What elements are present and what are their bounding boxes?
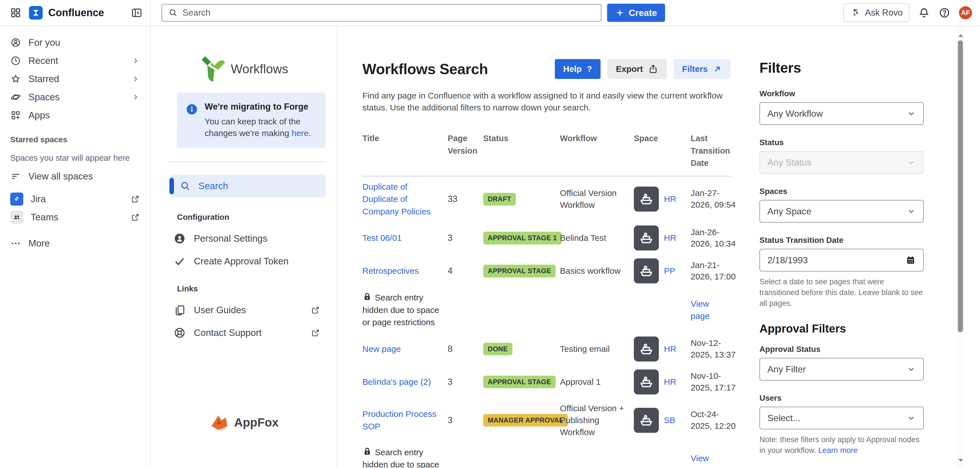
scrollbar-down-arrow[interactable] (958, 459, 963, 462)
filters-panel: Filters Workflow Any Workflow Status Any… (759, 26, 924, 468)
workflow-filter-value: Any Workflow (767, 108, 907, 119)
links-heading: Links (177, 284, 337, 293)
table-row: Search entry hidden due to space or page… (363, 442, 730, 468)
workflow-filter-label: Workflow (759, 89, 924, 98)
sidebar-label: Recent (29, 56, 58, 66)
sidebar-item-teams[interactable]: Teams (0, 208, 150, 226)
personal-settings-item[interactable]: Personal Settings (173, 228, 337, 249)
view-page-link[interactable]: View page (690, 452, 713, 468)
space-link[interactable]: HR (664, 376, 676, 388)
collapse-sidebar-icon[interactable] (131, 7, 143, 19)
create-button[interactable]: Create (607, 4, 665, 22)
sidebar-label: Jira (31, 194, 46, 205)
spaces-filter-select[interactable]: Any Space (759, 200, 924, 223)
jira-icon (10, 192, 23, 206)
space-link[interactable]: SB (664, 414, 675, 426)
export-label: Export (616, 64, 643, 74)
page-title-link[interactable]: Duplicate of Duplicate of Company Polici… (363, 182, 431, 216)
workflow-filter-select[interactable]: Any Workflow (759, 102, 924, 125)
confluence-logo-icon[interactable] (29, 6, 43, 20)
sidebar-item-apps[interactable]: Apps (0, 106, 150, 124)
export-button[interactable]: Export (608, 59, 667, 79)
sidebar-item-jira[interactable]: Jira (0, 190, 150, 208)
chevron-down-icon (907, 109, 916, 118)
scrollbar-thumb[interactable] (958, 40, 963, 332)
user-guides-item[interactable]: User Guides (173, 300, 337, 320)
view-page-link[interactable]: View page (690, 298, 713, 322)
last-transition-date: Nov-12-2025, 13:37 (690, 337, 746, 360)
page-title-link[interactable]: New page (363, 344, 401, 354)
transition-date-input[interactable]: 2/18/1993 (759, 249, 924, 271)
info-icon (185, 103, 198, 116)
filters-heading: Filters (759, 60, 924, 76)
help-question-icon[interactable] (939, 7, 950, 19)
space-link[interactable]: HR (664, 232, 676, 244)
approval-status-select[interactable]: Any Filter (759, 358, 924, 381)
sidebar-label: Apps (29, 110, 50, 121)
sidebar-item-more[interactable]: More (0, 234, 150, 252)
space-link[interactable]: HR (664, 193, 676, 205)
sidebar-item-recent[interactable]: Recent (0, 52, 150, 70)
sidebar-label: Spaces (29, 92, 60, 103)
space-link[interactable]: HR (664, 343, 676, 355)
person-circle-icon (10, 37, 21, 48)
filters-button[interactable]: Filters (674, 59, 730, 79)
col-last-transition-date: Last Transition Date (690, 132, 746, 176)
page-title-link[interactable]: Production Process SOP (363, 409, 436, 431)
sidebar-item-spaces[interactable]: Spaces (0, 88, 150, 106)
vertical-scrollbar[interactable] (957, 26, 964, 468)
active-item-indicator (169, 178, 174, 194)
space-ship-icon (634, 370, 659, 395)
help-label: Help (563, 64, 582, 74)
sidebar-label: Teams (31, 212, 58, 223)
list-lines-icon (10, 171, 21, 182)
spaces-filter-value: Any Space (767, 206, 907, 217)
table-row: Belinda's page (2)3APPROVAL STAGEApprova… (363, 365, 730, 398)
chevron-right-icon (131, 57, 140, 65)
table-row: Retrospectives4APPROVAL STAGEBasics work… (363, 254, 730, 287)
contact-support-item[interactable]: Contact Support (173, 323, 337, 343)
scrollbar-up-arrow[interactable] (958, 34, 963, 37)
planet-icon (10, 92, 21, 103)
create-approval-token-item[interactable]: Create Approval Token (173, 251, 337, 271)
table-row: New page8DONETesting emailHRNov-12-2025,… (363, 333, 730, 365)
help-button[interactable]: Help ? (555, 59, 601, 79)
page-title-link[interactable]: Test 06/01 (363, 233, 402, 243)
panel-search-item[interactable]: Search (171, 175, 326, 197)
page-description: Find any page in Confluence with a workf… (363, 90, 730, 114)
sidebar-item-for-you[interactable]: For you (0, 33, 150, 52)
status-badge: DRAFT (483, 193, 516, 206)
transition-date-label: Status Transition Date (759, 236, 924, 245)
space-link[interactable]: PP (664, 265, 675, 277)
chevron-down-icon (907, 207, 916, 216)
configuration-heading: Configuration (177, 213, 337, 222)
approval-status-value: Any Filter (767, 364, 907, 374)
external-link-icon (311, 328, 320, 337)
app-switcher-icon[interactable] (10, 7, 22, 19)
appfox-name: AppFox (234, 416, 278, 429)
calendar-icon (905, 255, 916, 265)
table-header: Title Page Version Status Workflow Space… (363, 132, 730, 176)
space-ship-icon (634, 408, 659, 433)
learn-more-link[interactable]: Learn more (818, 446, 858, 455)
app-title: Confluence (48, 7, 104, 19)
transition-date-help: Select a date to see pages that were tra… (759, 277, 924, 309)
notifications-bell-icon[interactable] (918, 7, 930, 19)
chevron-down-icon (907, 158, 916, 167)
users-filter-select[interactable]: Select... (759, 407, 924, 429)
view-all-spaces[interactable]: View all spaces (0, 167, 150, 186)
global-search-input[interactable]: Search (161, 4, 601, 22)
ask-rovo-button[interactable]: Ask Rovo (843, 3, 910, 22)
page-title-link[interactable]: Retrospectives (363, 266, 418, 276)
workflow-name: Belinda Test (560, 232, 634, 244)
appfox-brand: AppFox (151, 414, 337, 432)
user-avatar[interactable]: AF (959, 6, 972, 19)
ellipsis-icon (10, 238, 21, 249)
space-ship-icon (634, 336, 659, 362)
last-transition-date: Oct-24-2025, 12:20 (690, 409, 746, 432)
banner-here-link[interactable]: here (292, 129, 309, 138)
panel-search-label: Search (198, 181, 228, 191)
sidebar-item-starred[interactable]: Starred (0, 70, 150, 88)
page-title-link[interactable]: Belinda's page (2) (363, 377, 431, 387)
transition-date-value: 2/18/1993 (767, 255, 905, 265)
